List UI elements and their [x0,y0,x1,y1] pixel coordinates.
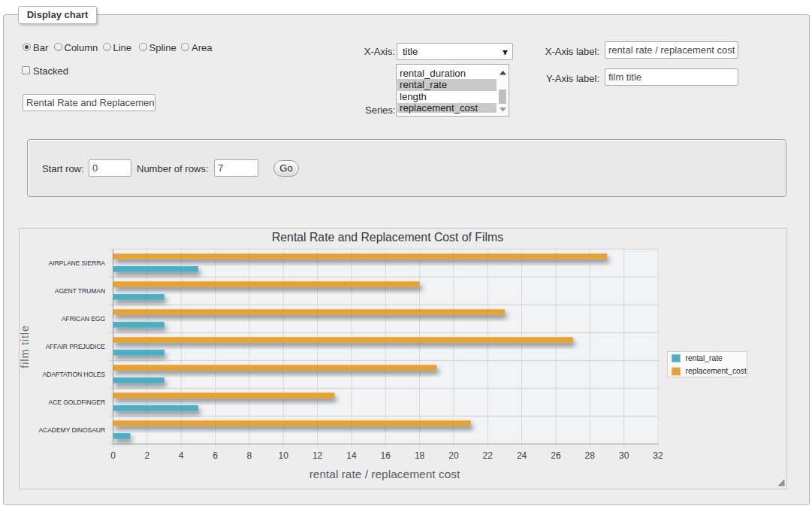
svg-text:Rental Rate and Replacement Co: Rental Rate and Replacement Cost of Film… [272,231,503,244]
svg-text:2: 2 [144,450,149,461]
svg-text:ACE GOLDFINGER: ACE GOLDFINGER [49,398,105,406]
svg-text:6: 6 [213,450,218,461]
svg-text:16: 16 [381,450,391,461]
svg-text:AFRICAN EGG: AFRICAN EGG [62,315,106,323]
svg-text:replacement_cost: replacement_cost [686,367,747,375]
svg-text:26: 26 [551,450,561,461]
svg-text:rental rate / replacement cost: rental rate / replacement cost [309,468,460,480]
svg-text:ADAPTATION HOLES: ADAPTATION HOLES [42,371,105,378]
svg-text:AIRPLANE SIERRA: AIRPLANE SIERRA [49,259,106,267]
svg-text:film title: film title [19,325,31,368]
svg-text:AGENT TRUMAN: AGENT TRUMAN [55,287,105,295]
svg-text:32: 32 [653,450,663,461]
svg-text:30: 30 [619,450,629,461]
svg-text:28: 28 [585,450,596,461]
svg-text:10: 10 [279,450,289,461]
svg-text:4: 4 [179,450,184,461]
svg-text:20: 20 [448,450,459,461]
svg-text:18: 18 [415,450,425,461]
svg-text:12: 12 [312,450,323,461]
svg-text:ACADEMY DINOSAUR: ACADEMY DINOSAUR [39,426,106,434]
svg-text:AFFAIR PREJUDICE: AFFAIR PREJUDICE [45,343,105,350]
svg-text:8: 8 [247,450,252,461]
svg-text:14: 14 [346,450,357,461]
svg-text:rental_rate: rental_rate [686,354,723,362]
svg-text:22: 22 [483,450,494,461]
svg-text:0: 0 [110,450,116,461]
svg-text:24: 24 [517,450,527,461]
